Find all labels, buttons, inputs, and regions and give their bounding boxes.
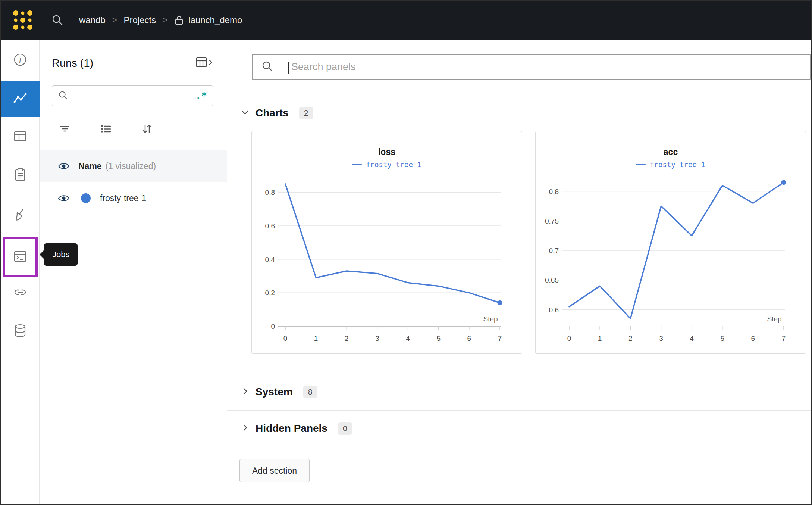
legend-dash-icon — [352, 164, 362, 165]
run-row[interactable]: frosty-tree-1 — [40, 182, 227, 214]
svg-text:i: i — [19, 55, 22, 65]
app-window: wandb > Projects > launch_demo i — [0, 0, 812, 505]
svg-text:0: 0 — [567, 334, 571, 342]
chart-panel-loss[interactable]: loss frosty-tree-1 00.20.40.60.801234567… — [251, 131, 522, 354]
divider — [227, 410, 811, 411]
sidebar-item-table[interactable] — [1, 118, 40, 156]
svg-text:0: 0 — [271, 322, 275, 330]
charts-row: loss frosty-tree-1 00.20.40.60.801234567… — [251, 131, 806, 354]
breadcrumb-separator: > — [112, 15, 117, 25]
database-icon — [12, 323, 28, 340]
acc-line-chart: 0.60.650.70.750.801234567Step — [536, 169, 806, 345]
svg-text:6: 6 — [467, 334, 471, 342]
expand-table-icon[interactable] — [195, 56, 213, 70]
sidebar-item-sweeps[interactable] — [1, 197, 40, 234]
breadcrumb-projects[interactable]: Projects — [124, 15, 156, 25]
filter-icon[interactable] — [59, 123, 71, 135]
svg-text:4: 4 — [690, 334, 694, 342]
terminal-jobs-icon — [12, 249, 28, 266]
sidebar-item-workspace[interactable] — [1, 81, 40, 117]
svg-text:1: 1 — [314, 334, 318, 342]
runs-search-box: .* — [52, 85, 213, 106]
runs-panel: Runs (1) .* — [40, 40, 227, 504]
top-navbar: wandb > Projects > launch_demo — [1, 1, 811, 40]
regex-toggle-icon[interactable]: .* — [195, 92, 207, 100]
svg-text:2: 2 — [628, 334, 633, 342]
section-count-badge: 0 — [338, 422, 352, 435]
runs-table-header-row[interactable]: Name (1 visualized) — [40, 150, 227, 182]
eye-visible-icon[interactable] — [57, 162, 70, 171]
section-label: Hidden Panels — [255, 423, 327, 434]
sidebar-item-jobs[interactable] — [3, 237, 38, 277]
section-header-system[interactable]: System 8 — [227, 381, 317, 402]
chevron-right-icon — [241, 387, 250, 397]
svg-text:7: 7 — [782, 334, 786, 342]
visualized-count-label: (1 visualized) — [106, 161, 156, 171]
search-panels-input[interactable] — [253, 55, 810, 79]
workspace-main: Charts 2 loss frosty-tree-1 00.20.40.60.… — [227, 40, 811, 504]
svg-text:2: 2 — [345, 334, 349, 342]
broom-icon — [12, 207, 28, 224]
add-section-button[interactable]: Add section — [239, 459, 310, 482]
chevron-down-icon — [241, 108, 250, 118]
section-label: Charts — [255, 107, 289, 119]
svg-text:0: 0 — [283, 334, 288, 342]
svg-text:5: 5 — [720, 334, 724, 342]
line-chart-icon — [12, 90, 28, 108]
run-color-dot — [81, 193, 91, 203]
section-label: System — [255, 386, 293, 398]
svg-text:4: 4 — [406, 334, 410, 342]
runs-search-input[interactable] — [73, 91, 195, 101]
wandb-logo-icon[interactable] — [10, 8, 35, 32]
svg-text:6: 6 — [751, 334, 755, 342]
chart-legend: frosty-tree-1 — [536, 160, 806, 169]
sidebar-item-overview[interactable]: i — [1, 42, 40, 79]
search-icon — [58, 90, 68, 102]
sidebar-item-logs[interactable] — [1, 157, 40, 194]
clipboard-icon — [12, 167, 28, 184]
svg-text:1: 1 — [598, 334, 602, 342]
svg-text:0.8: 0.8 — [265, 188, 275, 196]
breadcrumb-org[interactable]: wandb — [79, 15, 106, 25]
loss-line-chart: 00.20.40.60.801234567Step — [252, 169, 523, 345]
runs-toolbar — [40, 119, 153, 139]
eye-visible-icon[interactable] — [57, 194, 70, 203]
svg-text:0.4: 0.4 — [265, 256, 275, 264]
svg-text:5: 5 — [436, 334, 441, 342]
sort-icon[interactable] — [141, 123, 153, 135]
column-name-label: Name — [78, 161, 102, 171]
sidebar-item-artifacts[interactable] — [1, 313, 40, 350]
legend-dash-icon — [636, 164, 646, 165]
table-icon — [12, 128, 28, 146]
lock-icon — [174, 15, 184, 25]
chart-title: acc — [536, 147, 806, 157]
svg-text:Step: Step — [767, 315, 781, 323]
section-header-hidden-panels[interactable]: Hidden Panels 0 — [227, 418, 352, 439]
jobs-tooltip: Jobs — [44, 243, 78, 266]
svg-text:Step: Step — [483, 315, 498, 323]
sidebar-item-automations[interactable] — [1, 274, 40, 312]
chart-title: loss — [252, 147, 522, 157]
run-name[interactable]: frosty-tree-1 — [100, 193, 146, 203]
section-count-badge: 2 — [299, 107, 313, 119]
svg-text:0.8: 0.8 — [549, 188, 559, 196]
chart-legend: frosty-tree-1 — [252, 160, 522, 169]
group-list-icon[interactable] — [100, 123, 112, 135]
section-header-charts[interactable]: Charts 2 — [227, 103, 313, 124]
svg-text:0.65: 0.65 — [545, 276, 559, 284]
navbar-search-icon[interactable] — [51, 13, 64, 27]
runs-panel-title: Runs (1) — [52, 57, 93, 69]
svg-text:0.7: 0.7 — [549, 247, 559, 255]
legend-run-name: frosty-tree-1 — [650, 160, 705, 169]
svg-text:7: 7 — [498, 334, 502, 342]
info-icon: i — [12, 52, 28, 69]
divider — [227, 374, 811, 374]
breadcrumb-project[interactable]: launch_demo — [188, 15, 242, 25]
svg-text:0.2: 0.2 — [265, 289, 275, 297]
svg-text:0.6: 0.6 — [265, 222, 275, 230]
search-panels-box — [252, 54, 811, 80]
divider — [227, 445, 811, 445]
jobs-tooltip-label: Jobs — [52, 250, 69, 259]
svg-text:3: 3 — [375, 334, 379, 342]
chart-panel-acc[interactable]: acc frosty-tree-1 0.60.650.70.750.801234… — [535, 131, 806, 354]
